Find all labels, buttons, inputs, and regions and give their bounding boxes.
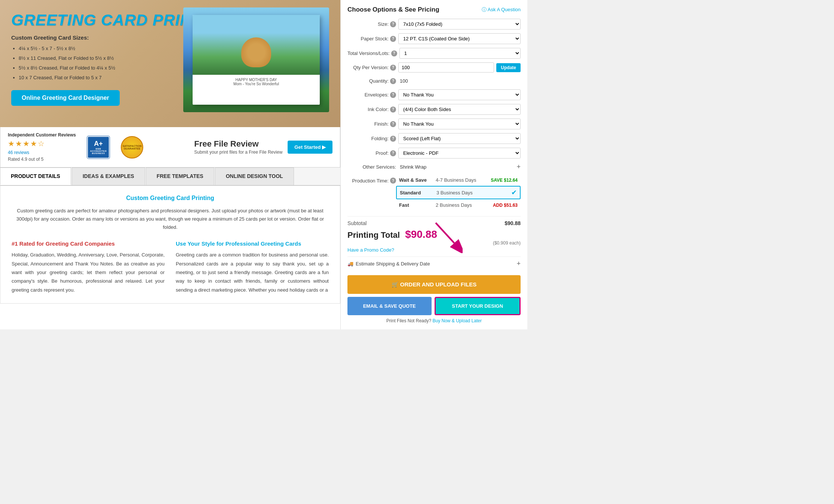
tab-product-details[interactable]: PRODUCT DETAILS [0,168,71,185]
production-wait-save[interactable]: Wait & Save 4-7 Business Days SAVE $12.6… [396,175,521,185]
total-versions-row: Total Versions/Lots: ? 1 [347,48,521,59]
upload-later-link[interactable]: Buy Now & Upload Later [432,318,481,323]
fast-name: Fast [399,202,433,208]
quantity-label-text: Quantity: [369,78,389,84]
email-save-quote-button[interactable]: EMAIL & SAVE QUOTE [347,297,432,315]
fast-price: ADD $51.63 [493,203,518,208]
bottom-buttons: EMAIL & SAVE QUOTE START YOUR DESIGN [347,297,521,315]
tab-bar: PRODUCT DETAILS IDEAS & EXAMPLES FREE TE… [0,168,340,186]
upload-later-text: Print Files Not Ready? [386,318,431,323]
bbb-label: BBBACCREDITEDBUSINESS [90,148,107,154]
ffr-text: Free File Review Submit your print files… [194,139,282,156]
update-button[interactable]: Update [496,63,521,72]
paper-stock-select[interactable]: 12 PT. C1S (Coated One Side) [398,33,521,44]
hero-section: GREETING CARD PRINTING Custom Greeting C… [0,0,340,127]
card-dog [241,37,271,67]
ink-color-help-icon[interactable]: ? [390,107,396,113]
tab-online-design-tool[interactable]: ONLINE DESIGN TOOL [215,168,294,185]
reviews-bar: Independent Customer Reviews ★★★★☆ 46 re… [0,127,340,168]
folding-help-icon[interactable]: ? [390,136,396,142]
col2-heading: Use Your Style for Professional Greeting… [176,240,329,247]
standard-check-icon: ✔ [511,188,517,197]
ask-question-link[interactable]: ⓘ Ask A Question [482,6,521,13]
finish-help-icon[interactable]: ? [390,121,396,127]
qty-per-version-input[interactable] [398,62,494,73]
proof-help-icon[interactable]: ? [390,150,396,156]
envelopes-select[interactable]: No Thank You [398,89,521,100]
ink-color-select[interactable]: (4/4) Color Both Sides [398,104,521,115]
qty-per-version-row: Qty Per Version: ? Update [347,62,521,73]
quantity-help-icon[interactable]: ? [390,78,396,84]
tab-ideas-examples[interactable]: IDEAS & EXAMPLES [72,168,145,185]
left-panel: GREETING CARD PRINTING Custom Greeting C… [0,0,340,329]
reviews-info: 46 reviews [8,150,76,155]
designer-button[interactable]: Online Greeting Card Designer [11,90,120,106]
other-services-label: Other Services: [347,164,396,170]
envelopes-row: Envelopes: ? No Thank You [347,89,521,100]
paper-stock-row: Paper Stock: ? 12 PT. C1S (Coated One Si… [347,33,521,44]
wait-save-days: 4-7 Business Days [436,177,488,183]
folding-label: Folding: ? [347,136,396,142]
qty-per-version-help-icon[interactable]: ? [390,65,396,71]
size-select[interactable]: 7x10 (7x5 Folded) [398,19,521,30]
paper-stock-help-icon[interactable]: ? [390,36,396,42]
reviews-link[interactable]: 46 reviews [8,150,29,155]
size-help-icon[interactable]: ? [390,21,396,27]
get-started-button[interactable]: Get Started ▶ [288,141,332,154]
printing-total-row: Printing Total $90.88 [347,228,521,240]
star-rating: ★★★★☆ [8,139,76,148]
truck-icon: 🚚 [347,261,353,267]
col2-text: Greeting cards are a common tradition fo… [176,251,329,294]
wait-save-price: SAVE $12.64 [491,178,518,183]
shipping-plus-icon[interactable]: + [516,260,521,268]
start-design-button[interactable]: START YOUR DESIGN [435,297,521,315]
content-area: Custom Greeting Card Printing Custom gre… [0,186,340,304]
total-versions-select[interactable]: 1 [399,48,521,59]
envelopes-help-icon[interactable]: ? [390,92,396,98]
satisfaction-text: SATISFACTIONGUARANTEE [123,145,142,150]
envelopes-label: Envelopes: ? [347,92,396,98]
proof-select[interactable]: Electronic - PDF [398,148,521,159]
upload-later-row: Print Files Not Ready? Buy Now & Upload … [347,318,521,323]
content-intro: Custom greeting cards are perfect for am… [12,207,329,231]
tab-free-templates[interactable]: FREE TEMPLATES [146,168,214,185]
production-time-label: Production Time: ? [347,175,396,184]
proof-label-text: Proof: [375,150,389,156]
other-services-plus-icon[interactable]: + [516,163,521,171]
subtotal-label: Subtotal [347,220,367,226]
other-services-row: Other Services: Shrink Wrap + [347,162,521,172]
production-fast[interactable]: Fast 2 Business Days ADD $51.63 [396,200,521,210]
production-time-help-icon[interactable]: ? [390,178,396,184]
rating-text: Rated 4.9 out of 5 [8,157,76,162]
right-panel: Choose Options & See Pricing ⓘ Ask A Que… [340,0,527,329]
promo-code-link[interactable]: Have a Promo Code? [347,247,521,253]
free-file-review: Free File Review Submit your print files… [194,139,332,156]
subtotal-value: $90.88 [505,220,521,226]
production-time-section: Production Time: ? Wait & Save 4-7 Busin… [347,175,521,211]
proof-row: Proof: ? Electronic - PDF [347,148,521,159]
finish-select[interactable]: No Thank You [398,119,521,129]
fast-days: 2 Business Days [436,202,490,208]
reviews-label: Independent Customer Reviews [8,132,76,138]
total-versions-help-icon[interactable]: ? [391,50,397,56]
total-versions-label-text: Total Versions/Lots: [347,50,390,56]
printing-total-value: $90.88 [405,228,437,240]
shipping-row[interactable]: 🚚 Estimate Shipping & Delivery Date + [347,256,521,271]
two-column-layout: #1 Rated for Greeting Card Companies Hol… [12,240,329,294]
ink-color-label-text: Ink Color: [368,107,389,112]
per-each-row: ($0.909 each) [347,240,521,246]
proof-label: Proof: ? [347,150,396,156]
card-text-area: HAPPY MOTHER'S DAYMom - You're So Wonder… [193,75,320,89]
production-standard[interactable]: Standard 3 Business Days ✔ [396,186,521,199]
ink-color-row: Ink Color: ? (4/4) Color Both Sides [347,104,521,115]
other-services-value: Shrink Wrap [398,162,514,172]
ffr-title: Free File Review [194,139,282,149]
size-label-text: Size: [378,21,389,27]
card-photo [193,15,320,75]
ffr-subtitle: Submit your print files for a Free File … [194,149,282,156]
folding-select[interactable]: Scored (Left Flat) [398,133,521,144]
panel-title: Choose Options & See Pricing [347,6,439,13]
shipping-label: Estimate Shipping & Delivery Date [356,261,430,267]
wait-save-name: Wait & Save [399,177,433,183]
order-upload-button[interactable]: 🛒 ORDER AND UPLOAD FILES [347,275,521,294]
